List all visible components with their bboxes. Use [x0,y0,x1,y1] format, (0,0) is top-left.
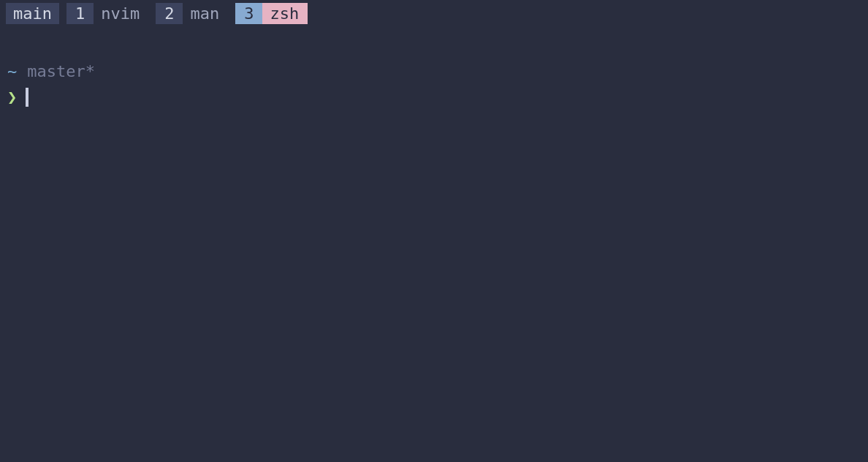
tab-3-label: zsh [262,3,308,24]
tab-3-active[interactable]: 3 zsh [235,3,308,24]
session-name[interactable]: main [6,3,59,24]
terminal-viewport[interactable]: ~ master* ❯ [0,24,868,109]
tab-3-number: 3 [235,3,262,24]
tab-1-number: 1 [66,3,94,24]
tmux-tab-bar: main 1 nvim 2 man 3 zsh [0,0,868,24]
prompt-input-line[interactable]: ❯ [7,85,868,109]
tab-2-number: 2 [156,3,183,24]
prompt-chevron-icon: ❯ [7,85,17,109]
tab-1[interactable]: 1 nvim [66,3,148,24]
cwd-indicator: ~ [7,59,17,83]
tab-2-label: man [183,3,228,24]
prompt-info-line: ~ master* [7,59,868,83]
tab-2[interactable]: 2 man [156,3,228,24]
tab-1-label: nvim [94,3,148,24]
cursor [26,88,28,107]
git-branch-status: master* [27,59,95,83]
